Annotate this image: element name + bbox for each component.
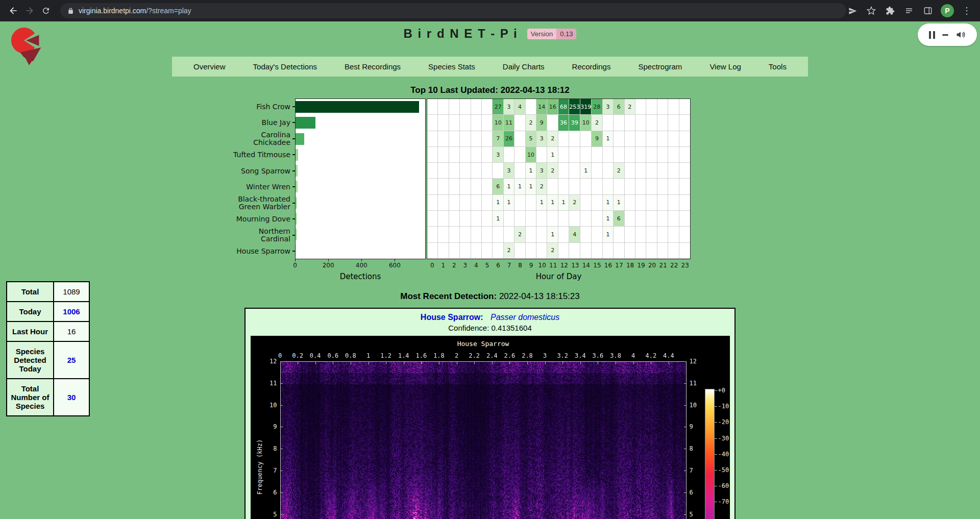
stats-value[interactable]: 30 [54,379,89,416]
page-title: B i r d N E T - P i [404,27,518,41]
heatmap-cell [482,115,493,131]
detection-scientific-name[interactable]: Passer domesticus [491,313,559,322]
bookmark-star-icon[interactable] [865,5,877,17]
heatmap-cell [657,163,668,179]
stats-value-link[interactable]: 1006 [63,307,80,316]
address-bar[interactable]: virginia.birdnetpi.com/?stream=play [60,3,846,18]
stats-label: Species Detected Today [7,341,54,379]
nav-item-view-log[interactable]: View Log [709,62,741,71]
heatmap-cell [449,211,460,227]
heatmap-cell [614,131,624,147]
frequency-axis-label: Frequency (kHz) [256,431,263,503]
heatmap-cell: 2 [547,163,558,179]
heatmap-cell: 3 [536,131,547,147]
stats-label: Total Number of Species [7,379,54,416]
spec-x-tick-label: 1.8 [433,352,445,359]
heatmap-cell: 2 [592,115,602,131]
extensions-puzzle-icon[interactable] [884,5,896,17]
heatmap-cell [592,179,602,194]
heatmap-cell [514,163,525,179]
seek-dash-icon[interactable] [942,34,948,36]
heatmap-cell: 10 [493,115,503,131]
heatmap-cell [493,227,503,242]
heatmap-cell [580,211,592,227]
nav-item-best-recordings[interactable]: Best Recordings [345,62,401,71]
heatmap-cell [580,195,592,211]
heatmap-cell: 9 [592,131,602,147]
species-label: House Sparrow [224,243,295,260]
heatmap-cell [635,243,646,259]
colorbar-tick-label: +0 [718,387,725,394]
heatmap-cell: 10 [580,115,592,131]
heatmap-cell: 2 [536,179,547,194]
menu-kebab-icon[interactable]: ⋮ [961,5,973,17]
heatmap-cell [657,211,668,227]
heatmap-cell [679,99,690,115]
hour-axis-tick-label: 2 [452,262,456,269]
spec-x-tick [509,362,510,364]
heatmap-cell [592,243,602,259]
send-icon[interactable] [846,5,859,17]
stats-value[interactable]: 25 [54,341,89,379]
spec-x-tick-label: 4 [631,352,635,359]
heatmap-cell [460,131,471,147]
reading-list-icon[interactable] [903,5,915,17]
heatmap-cell [569,211,580,227]
heatmap-cell [569,163,580,179]
stats-value[interactable]: 1006 [54,302,89,322]
colorbar-tick-label: -50 [718,466,729,474]
heatmap-cell [657,115,668,131]
nav-item-today-s-detections[interactable]: Today's Detections [253,62,317,71]
stats-value-link[interactable]: 25 [67,356,76,364]
heatmap-cell [635,227,646,242]
heatmap-cell [514,195,525,211]
detection-species-link[interactable]: House Sparrow: [421,313,483,322]
heatmap-cell: 2 [569,195,580,211]
spec-y-tick-label-right: 10 [690,402,697,409]
back-icon[interactable] [7,3,19,18]
nav-item-species-stats[interactable]: Species Stats [428,62,475,71]
spec-y-tick [684,405,687,406]
heatmap-cell [427,227,438,242]
heatmap-cell [635,147,646,163]
heatmap-cell: 1 [526,179,536,194]
spec-x-tick-label: 2.2 [469,352,480,359]
bar-axis-tick-label: 600 [389,262,401,269]
heatmap-cell [635,131,646,147]
spec-x-tick-label: 0.8 [345,352,356,359]
heatmap-cell [471,163,482,179]
heatmap-cell: 3 [603,99,614,115]
heatmap-cell [635,163,646,179]
heatmap-cell [558,243,569,259]
hour-axis-tick-label: 4 [474,262,478,269]
heatmap-cell [438,227,449,242]
nav-item-overview[interactable]: Overview [193,62,226,71]
colorbar [705,389,715,519]
nav-item-daily-charts[interactable]: Daily Charts [503,62,545,71]
heatmap-cell [438,211,449,227]
hour-axis-tick-label: 22 [670,262,678,269]
profile-avatar[interactable]: P [941,4,954,17]
heatmap-cell [668,179,679,194]
heatmap-cell [536,243,547,259]
spectrogram-plot [280,361,687,519]
pause-icon[interactable] [929,31,935,39]
nav-item-tools[interactable]: Tools [769,62,787,71]
heatmap-cell: 1 [514,179,525,194]
heatmap-cell: 3 [504,163,514,179]
volume-icon[interactable] [955,30,966,40]
forward-icon[interactable] [23,3,36,18]
nav-item-spectrogram[interactable]: Spectrogram [638,62,682,71]
stats-row: Species Detected Today25 [7,341,89,379]
heatmap-cell: 1 [603,131,614,147]
side-panel-icon[interactable] [922,5,934,17]
audio-player[interactable] [918,23,977,46]
spec-x-tick [616,362,616,364]
heatmap-cell [449,227,460,242]
detections-bar [296,197,297,209]
reload-icon[interactable] [40,3,52,18]
colorbar-tick [715,438,717,439]
stats-value-link[interactable]: 30 [67,393,76,402]
spec-x-tick [633,362,634,364]
nav-item-recordings[interactable]: Recordings [572,62,611,71]
